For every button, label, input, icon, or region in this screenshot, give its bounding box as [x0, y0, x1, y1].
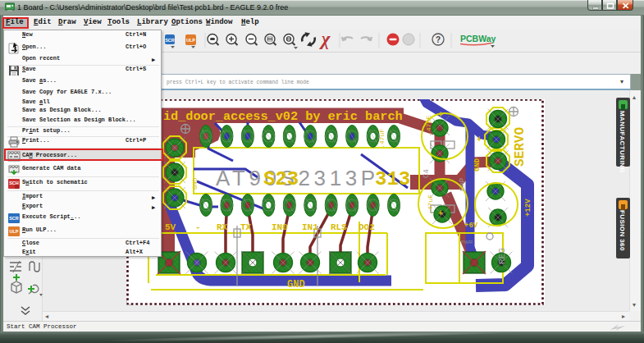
svg-text:+: +	[477, 135, 482, 144]
svg-text:?: ?	[436, 35, 441, 44]
svg-text:SCR: SCR	[9, 216, 19, 221]
svg-text:IN1: IN1	[302, 222, 318, 232]
svg-text:+: +	[438, 209, 443, 218]
svg-text:.47uF: .47uF	[425, 116, 432, 135]
svg-text:313: 313	[375, 168, 410, 190]
svg-text:DO2: DO2	[359, 222, 375, 232]
svg-text:IN0: IN0	[272, 222, 288, 232]
svg-text:ULP: ULP	[10, 229, 19, 234]
svg-text:+6V: +6V	[464, 222, 478, 230]
svg-text:SCR: SCR	[165, 38, 175, 43]
svg-text:RLS: RLS	[331, 222, 347, 232]
svg-text:GND: GND	[191, 177, 199, 190]
svg-text:PCBWay: PCBWay	[460, 34, 496, 43]
svg-text:id_door_access_v02 by eric bar: id_door_access_v02 by eric barch	[163, 109, 403, 124]
svg-text:GND: GND	[287, 279, 305, 290]
svg-text:+: +	[438, 111, 443, 120]
svg-text:GND: GND	[473, 158, 482, 172]
svg-text:REG: REG	[497, 248, 507, 264]
svg-text:.47uF: .47uF	[378, 129, 386, 149]
svg-text:TX: TX	[240, 222, 252, 232]
svg-text:PWR: PWR	[461, 240, 473, 245]
svg-text:SERVO: SERVO	[513, 127, 528, 167]
svg-text:.47uF: .47uF	[427, 194, 434, 214]
svg-text:RX: RX	[217, 222, 228, 232]
svg-text:5V: 5V	[165, 222, 176, 232]
svg-text:+12V: +12V	[524, 199, 532, 217]
svg-text:-: -	[195, 222, 201, 232]
svg-text:CAP: CAP	[459, 178, 467, 191]
svg-text:C4: C4	[422, 169, 431, 178]
svg-text:S23: S23	[263, 168, 299, 190]
svg-text:χ: χ	[319, 30, 331, 49]
svg-text:ULP: ULP	[186, 38, 195, 43]
